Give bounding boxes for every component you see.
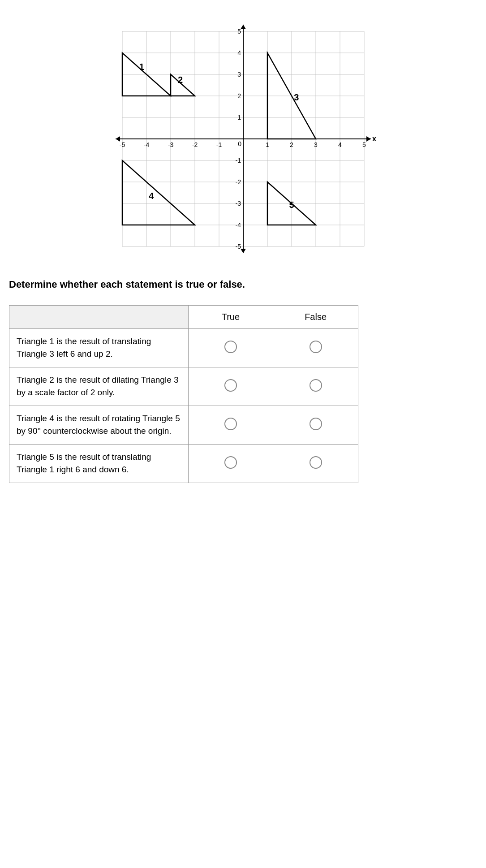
false-radio-cell-1[interactable] — [273, 328, 358, 367]
false-radio-3[interactable] — [310, 418, 322, 430]
false-radio-1[interactable] — [310, 341, 322, 353]
statement-cell-1: Triangle 1 is the result of translating … — [9, 328, 189, 367]
table-body: Triangle 1 is the result of translating … — [9, 328, 358, 483]
table-container: True False Triangle 1 is the result of t… — [9, 305, 477, 483]
coordinate-graph — [104, 13, 382, 264]
true-radio-cell-3[interactable] — [188, 406, 273, 444]
graph-wrapper — [104, 13, 382, 264]
true-radio-3[interactable] — [224, 418, 237, 430]
graph-container — [9, 13, 477, 264]
true-radio-1[interactable] — [224, 341, 237, 353]
true-radio-2[interactable] — [224, 379, 237, 392]
false-radio-4[interactable] — [310, 456, 322, 469]
false-radio-cell-3[interactable] — [273, 406, 358, 444]
table-row: Triangle 2 is the result of dilating Tri… — [9, 367, 358, 406]
instructions-text: Determine whether each statement is true… — [9, 278, 358, 292]
false-radio-cell-2[interactable] — [273, 367, 358, 406]
table-row: Triangle 5 is the result of translating … — [9, 444, 358, 483]
table-header-row: True False — [9, 305, 358, 328]
statement-cell-3: Triangle 4 is the result of rotating Tri… — [9, 406, 189, 444]
false-radio-cell-4[interactable] — [273, 444, 358, 483]
table-row: Triangle 1 is the result of translating … — [9, 328, 358, 367]
false-radio-2[interactable] — [310, 379, 322, 392]
statement-cell-4: Triangle 5 is the result of translating … — [9, 444, 189, 483]
true-radio-cell-2[interactable] — [188, 367, 273, 406]
table-row: Triangle 4 is the result of rotating Tri… — [9, 406, 358, 444]
true-header: True — [188, 305, 273, 328]
true-radio-cell-1[interactable] — [188, 328, 273, 367]
statement-header — [9, 305, 189, 328]
true-radio-cell-4[interactable] — [188, 444, 273, 483]
statement-cell-2: Triangle 2 is the result of dilating Tri… — [9, 367, 189, 406]
true-false-table: True False Triangle 1 is the result of t… — [9, 305, 358, 483]
false-header: False — [273, 305, 358, 328]
true-radio-4[interactable] — [224, 456, 237, 469]
